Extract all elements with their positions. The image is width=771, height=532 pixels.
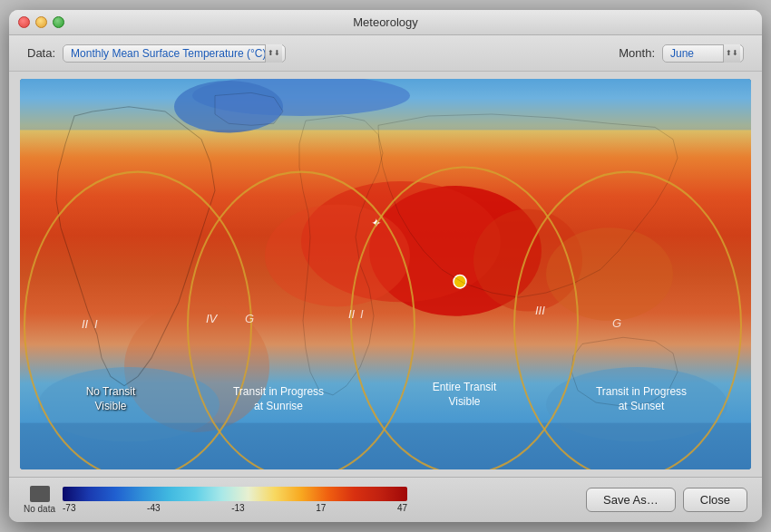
month-select[interactable]: JanuaryFebruaryMarch AprilMayJune JulyAu… (662, 44, 744, 63)
no-data-label: No data (24, 504, 55, 514)
traffic-lights (18, 16, 64, 28)
legend-area: No data -73 -43 -13 17 47 (24, 486, 586, 514)
toolbar: Data: Monthly Mean Surface Temperature (… (9, 35, 762, 72)
map-svg: ✦ (20, 79, 751, 469)
svg-text:G: G (245, 312, 254, 325)
svg-text:II: II (348, 307, 356, 321)
data-label: Data: (27, 46, 55, 60)
data-select[interactable]: Monthly Mean Surface Temperature (°C) Mo… (63, 44, 286, 63)
month-label: Month: (619, 46, 655, 60)
legend-gradient-wrap: -73 -43 -13 17 47 (63, 487, 407, 513)
svg-text:I: I (94, 317, 98, 331)
svg-text:III: III (535, 303, 545, 316)
bottom-bar: No data -73 -43 -13 17 47 Save As… Close (9, 477, 762, 522)
legend-val-5: 47 (397, 503, 407, 513)
svg-text:IV: IV (206, 312, 218, 325)
legend-val-1: -73 (63, 503, 75, 513)
svg-text:Transit in Progress: Transit in Progress (596, 385, 687, 398)
svg-point-7 (265, 205, 410, 307)
svg-rect-4 (20, 79, 751, 130)
window-title: Meteorology (353, 15, 418, 29)
legend-val-3: -13 (231, 503, 244, 513)
legend-val-2: -43 (147, 503, 160, 513)
svg-text:Entire Transit: Entire Transit (433, 381, 497, 393)
month-select-wrapper: JanuaryFebruaryMarch AprilMayJune JulyAu… (662, 44, 744, 63)
svg-text:Visible: Visible (448, 395, 480, 408)
svg-text:I: I (360, 307, 364, 321)
svg-point-10 (546, 227, 673, 321)
legend-labels: -73 -43 -13 17 47 (63, 503, 407, 513)
maximize-button[interactable] (53, 16, 64, 28)
legend-val-4: 17 (316, 503, 326, 513)
legend-gradient-bar (63, 487, 407, 501)
save-as-button[interactable]: Save As… (586, 488, 676, 512)
no-data-box (30, 486, 50, 502)
svg-text:No Transit: No Transit (86, 385, 136, 398)
bottom-buttons: Save As… Close (586, 488, 747, 512)
data-select-wrapper: Monthly Mean Surface Temperature (°C) Mo… (63, 44, 286, 63)
svg-text:II: II (82, 317, 89, 331)
map-container: ✦ (20, 79, 751, 469)
svg-text:at Sunrise: at Sunrise (254, 400, 303, 412)
svg-text:G: G (612, 316, 621, 330)
close-button[interactable] (18, 16, 30, 28)
minimize-button[interactable] (35, 16, 47, 28)
svg-text:Transit in Progress: Transit in Progress (233, 385, 324, 398)
svg-text:at Sunset: at Sunset (619, 400, 665, 412)
svg-point-9 (454, 276, 466, 288)
legend-no-data: No data (24, 486, 55, 514)
close-button-bottom[interactable]: Close (683, 488, 747, 512)
app-window: Meteorology Data: Monthly Mean Surface T… (9, 10, 762, 522)
title-bar: Meteorology (9, 10, 762, 35)
svg-text:Visible: Visible (94, 400, 126, 412)
